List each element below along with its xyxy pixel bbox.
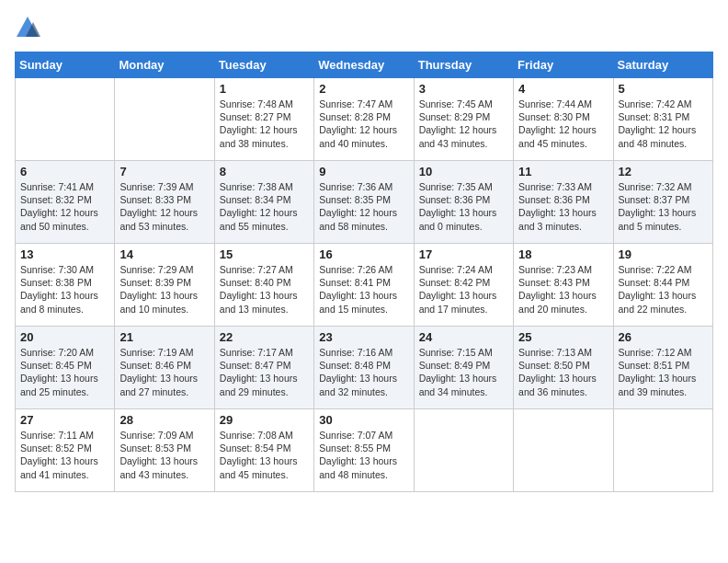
calendar-cell: 17Sunrise: 7:24 AMSunset: 8:42 PMDayligh… xyxy=(414,244,513,327)
calendar-cell: 13Sunrise: 7:30 AMSunset: 8:38 PMDayligh… xyxy=(16,244,115,327)
week-row-5: 27Sunrise: 7:11 AMSunset: 8:52 PMDayligh… xyxy=(16,409,713,492)
week-row-1: 1Sunrise: 7:48 AMSunset: 8:27 PMDaylight… xyxy=(16,78,713,161)
day-number: 8 xyxy=(220,165,309,178)
calendar-cell: 26Sunrise: 7:12 AMSunset: 8:51 PMDayligh… xyxy=(613,327,712,409)
day-of-week-sunday: Sunday xyxy=(16,52,115,78)
day-info: Sunrise: 7:35 AMSunset: 8:36 PMDaylight:… xyxy=(419,180,508,233)
day-info: Sunrise: 7:24 AMSunset: 8:42 PMDaylight:… xyxy=(419,263,508,316)
day-number: 24 xyxy=(419,330,508,344)
calendar-cell: 3Sunrise: 7:45 AMSunset: 8:29 PMDaylight… xyxy=(414,78,513,161)
day-info: Sunrise: 7:07 AMSunset: 8:55 PMDaylight:… xyxy=(319,429,408,481)
day-number: 9 xyxy=(319,165,408,178)
day-info: Sunrise: 7:33 AMSunset: 8:36 PMDaylight:… xyxy=(518,180,608,233)
day-number: 26 xyxy=(619,330,708,344)
calendar-cell: 30Sunrise: 7:07 AMSunset: 8:55 PMDayligh… xyxy=(314,409,414,492)
calendar-cell: 18Sunrise: 7:23 AMSunset: 8:43 PMDayligh… xyxy=(514,244,613,327)
day-info: Sunrise: 7:39 AMSunset: 8:33 PMDaylight:… xyxy=(119,180,209,233)
calendar-cell: 21Sunrise: 7:19 AMSunset: 8:46 PMDayligh… xyxy=(115,327,214,409)
day-of-week-wednesday: Wednesday xyxy=(314,52,414,78)
week-row-3: 13Sunrise: 7:30 AMSunset: 8:38 PMDayligh… xyxy=(16,244,713,327)
calendar-cell: 28Sunrise: 7:09 AMSunset: 8:53 PMDayligh… xyxy=(115,409,214,492)
week-row-2: 6Sunrise: 7:41 AMSunset: 8:32 PMDaylight… xyxy=(16,161,713,244)
day-number: 30 xyxy=(319,413,408,427)
week-row-4: 20Sunrise: 7:20 AMSunset: 8:45 PMDayligh… xyxy=(16,327,713,409)
day-info: Sunrise: 7:32 AMSunset: 8:37 PMDaylight:… xyxy=(619,180,708,233)
calendar-cell: 25Sunrise: 7:13 AMSunset: 8:50 PMDayligh… xyxy=(514,327,613,409)
day-of-week-saturday: Saturday xyxy=(613,52,712,78)
day-info: Sunrise: 7:13 AMSunset: 8:50 PMDaylight:… xyxy=(518,346,608,398)
calendar-cell: 6Sunrise: 7:41 AMSunset: 8:32 PMDaylight… xyxy=(16,161,115,244)
calendar-cell: 2Sunrise: 7:47 AMSunset: 8:28 PMDaylight… xyxy=(314,78,414,161)
calendar-cell: 12Sunrise: 7:32 AMSunset: 8:37 PMDayligh… xyxy=(613,161,712,244)
header xyxy=(15,15,713,40)
calendar-cell: 10Sunrise: 7:35 AMSunset: 8:36 PMDayligh… xyxy=(414,161,513,244)
day-info: Sunrise: 7:36 AMSunset: 8:35 PMDaylight:… xyxy=(319,180,408,233)
day-number: 25 xyxy=(518,330,608,344)
day-info: Sunrise: 7:30 AMSunset: 8:38 PMDaylight:… xyxy=(20,263,109,316)
calendar-cell xyxy=(514,409,613,492)
day-number: 27 xyxy=(20,413,109,427)
day-number: 5 xyxy=(619,82,708,96)
day-info: Sunrise: 7:19 AMSunset: 8:46 PMDaylight:… xyxy=(119,346,209,398)
calendar-cell xyxy=(613,409,712,492)
calendar-cell: 1Sunrise: 7:48 AMSunset: 8:27 PMDaylight… xyxy=(214,78,313,161)
day-info: Sunrise: 7:38 AMSunset: 8:34 PMDaylight:… xyxy=(220,180,309,233)
day-number: 10 xyxy=(419,165,508,178)
day-info: Sunrise: 7:29 AMSunset: 8:39 PMDaylight:… xyxy=(119,263,209,316)
calendar-cell: 14Sunrise: 7:29 AMSunset: 8:39 PMDayligh… xyxy=(115,244,214,327)
day-info: Sunrise: 7:12 AMSunset: 8:51 PMDaylight:… xyxy=(619,346,708,398)
day-info: Sunrise: 7:20 AMSunset: 8:45 PMDaylight:… xyxy=(20,346,109,398)
day-info: Sunrise: 7:11 AMSunset: 8:52 PMDaylight:… xyxy=(20,429,109,481)
day-info: Sunrise: 7:44 AMSunset: 8:30 PMDaylight:… xyxy=(518,98,608,150)
day-number: 1 xyxy=(220,82,309,96)
day-number: 15 xyxy=(220,247,309,261)
calendar-cell: 8Sunrise: 7:38 AMSunset: 8:34 PMDaylight… xyxy=(214,161,313,244)
day-info: Sunrise: 7:08 AMSunset: 8:54 PMDaylight:… xyxy=(220,429,309,481)
day-info: Sunrise: 7:41 AMSunset: 8:32 PMDaylight:… xyxy=(20,180,109,233)
day-number: 17 xyxy=(419,247,508,261)
calendar-cell: 15Sunrise: 7:27 AMSunset: 8:40 PMDayligh… xyxy=(214,244,313,327)
day-info: Sunrise: 7:17 AMSunset: 8:47 PMDaylight:… xyxy=(220,346,309,398)
day-number: 11 xyxy=(518,165,608,178)
calendar-cell: 7Sunrise: 7:39 AMSunset: 8:33 PMDaylight… xyxy=(115,161,214,244)
logo xyxy=(15,15,44,40)
calendar-cell: 29Sunrise: 7:08 AMSunset: 8:54 PMDayligh… xyxy=(214,409,313,492)
day-number: 12 xyxy=(619,165,708,178)
day-number: 7 xyxy=(119,165,209,178)
day-number: 22 xyxy=(220,330,309,344)
day-info: Sunrise: 7:26 AMSunset: 8:41 PMDaylight:… xyxy=(319,263,408,316)
calendar-cell: 9Sunrise: 7:36 AMSunset: 8:35 PMDaylight… xyxy=(314,161,414,244)
calendar-cell xyxy=(16,78,115,161)
calendar-cell: 5Sunrise: 7:42 AMSunset: 8:31 PMDaylight… xyxy=(613,78,712,161)
day-of-week-thursday: Thursday xyxy=(414,52,513,78)
day-info: Sunrise: 7:45 AMSunset: 8:29 PMDaylight:… xyxy=(419,98,508,150)
day-number: 19 xyxy=(619,247,708,261)
day-number: 18 xyxy=(518,247,608,261)
calendar-body: 1Sunrise: 7:48 AMSunset: 8:27 PMDaylight… xyxy=(16,78,713,492)
day-number: 3 xyxy=(419,82,508,96)
day-number: 20 xyxy=(20,330,109,344)
day-info: Sunrise: 7:15 AMSunset: 8:49 PMDaylight:… xyxy=(419,346,508,398)
day-number: 21 xyxy=(119,330,209,344)
day-number: 29 xyxy=(220,413,309,427)
day-number: 4 xyxy=(518,82,608,96)
calendar-cell: 27Sunrise: 7:11 AMSunset: 8:52 PMDayligh… xyxy=(16,409,115,492)
day-info: Sunrise: 7:48 AMSunset: 8:27 PMDaylight:… xyxy=(220,98,309,150)
calendar-cell: 19Sunrise: 7:22 AMSunset: 8:44 PMDayligh… xyxy=(613,244,712,327)
day-number: 28 xyxy=(119,413,209,427)
day-info: Sunrise: 7:23 AMSunset: 8:43 PMDaylight:… xyxy=(518,263,608,316)
days-of-week-row: SundayMondayTuesdayWednesdayThursdayFrid… xyxy=(16,52,713,78)
day-number: 16 xyxy=(319,247,408,261)
day-info: Sunrise: 7:42 AMSunset: 8:31 PMDaylight:… xyxy=(619,98,708,150)
calendar-cell: 20Sunrise: 7:20 AMSunset: 8:45 PMDayligh… xyxy=(16,327,115,409)
day-info: Sunrise: 7:09 AMSunset: 8:53 PMDaylight:… xyxy=(119,429,209,481)
day-info: Sunrise: 7:22 AMSunset: 8:44 PMDaylight:… xyxy=(619,263,708,316)
calendar-cell: 22Sunrise: 7:17 AMSunset: 8:47 PMDayligh… xyxy=(214,327,313,409)
calendar-cell: 23Sunrise: 7:16 AMSunset: 8:48 PMDayligh… xyxy=(314,327,414,409)
calendar-cell xyxy=(414,409,513,492)
day-number: 6 xyxy=(20,165,109,178)
day-of-week-tuesday: Tuesday xyxy=(214,52,313,78)
calendar-cell: 24Sunrise: 7:15 AMSunset: 8:49 PMDayligh… xyxy=(414,327,513,409)
day-of-week-friday: Friday xyxy=(514,52,613,78)
day-info: Sunrise: 7:27 AMSunset: 8:40 PMDaylight:… xyxy=(220,263,309,316)
